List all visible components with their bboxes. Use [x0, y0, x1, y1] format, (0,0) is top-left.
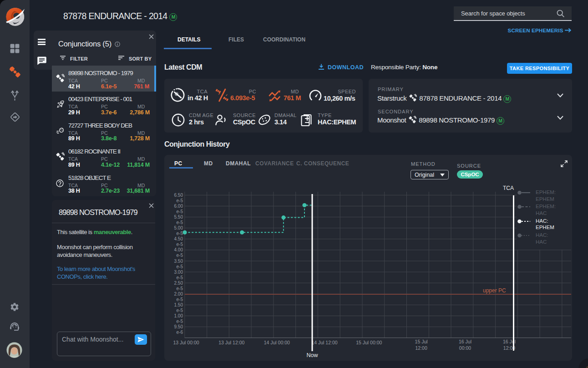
svg-text:1.00: 1.00	[174, 313, 183, 318]
svg-text:12:00: 12:00	[415, 345, 427, 351]
svg-text:Now: Now	[306, 352, 318, 358]
svg-text:e-5: e-5	[177, 297, 183, 302]
svg-text:e-5: e-5	[177, 209, 183, 214]
svg-text:e-5: e-5	[177, 242, 183, 247]
svg-text:e-5: e-5	[177, 264, 183, 269]
svg-text:1.50: 1.50	[174, 302, 183, 307]
svg-text:3.00: 3.00	[174, 270, 183, 275]
svg-text:14 Jul 00:00: 14 Jul 00:00	[264, 340, 290, 345]
svg-text:4.00: 4.00	[174, 247, 183, 252]
svg-text:13 Jul 00:00: 13 Jul 00:00	[173, 340, 199, 345]
svg-text:upper PC: upper PC	[483, 287, 506, 294]
svg-text:e-5: e-5	[177, 275, 183, 280]
svg-text:3.50: 3.50	[174, 259, 183, 264]
svg-text:e-5: e-5	[177, 319, 183, 324]
svg-text:e-5: e-5	[177, 286, 183, 291]
svg-text:e-5: e-5	[177, 198, 183, 203]
svg-text:TCA: TCA	[503, 185, 514, 191]
svg-text:15 Jul: 15 Jul	[415, 339, 428, 344]
svg-text:5.50: 5.50	[174, 215, 183, 220]
svg-text:e-5: e-5	[177, 220, 183, 225]
svg-text:00:00: 00:00	[459, 345, 471, 351]
svg-text:e-5: e-5	[177, 231, 183, 236]
svg-text:2.50: 2.50	[174, 281, 183, 286]
svg-text:6.50: 6.50	[174, 193, 183, 198]
svg-text:6.00: 6.00	[174, 204, 183, 209]
svg-text:14 Jul 12:00: 14 Jul 12:00	[311, 340, 337, 345]
svg-text:9.50: 9.50	[174, 324, 183, 329]
svg-text:13 Jul 12:00: 13 Jul 12:00	[218, 340, 244, 345]
svg-text:e-5: e-5	[177, 253, 183, 258]
svg-text:5.00: 5.00	[174, 225, 183, 230]
svg-text:16 Jul: 16 Jul	[459, 339, 471, 344]
svg-text:15 Jul 00:00: 15 Jul 00:00	[356, 340, 382, 345]
svg-text:e-5: e-5	[177, 308, 183, 313]
svg-text:2.00: 2.00	[174, 291, 183, 296]
svg-text:4.50: 4.50	[174, 236, 183, 241]
svg-text:e-6: e-6	[177, 330, 183, 335]
